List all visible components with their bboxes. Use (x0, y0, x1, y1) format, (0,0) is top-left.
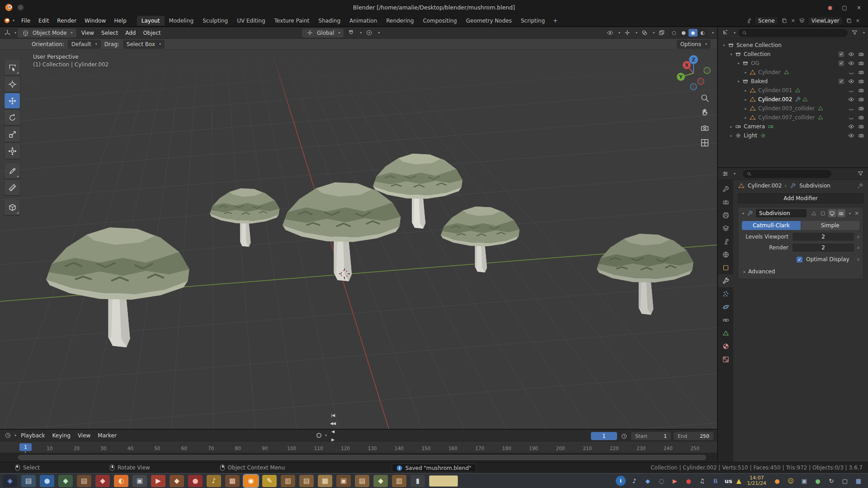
eye-closed-icon[interactable] (848, 105, 854, 112)
camera-visibility-icon[interactable] (858, 69, 864, 75)
outliner-item-label[interactable]: Baked (751, 78, 768, 84)
properties-tab-object-data[interactable] (718, 327, 733, 340)
expander-icon[interactable]: ▾ (735, 61, 742, 66)
taskbar-app-web-browser[interactable]: ● (40, 475, 54, 487)
mesh-data-icon[interactable] (795, 87, 801, 94)
viewport-menu-select[interactable]: Select (98, 28, 122, 38)
tray-bluetooth-tray[interactable]: B (711, 476, 721, 486)
taskbar-app-wine-app-2[interactable]: ▦ (225, 475, 240, 487)
current-frame-indicator[interactable]: 1 (19, 443, 32, 451)
mushroom-object[interactable] (46, 227, 189, 347)
outliner-editor-type-button[interactable] (721, 28, 730, 38)
menu-help[interactable]: Help (110, 16, 130, 25)
new-viewlayer-icon[interactable] (846, 18, 852, 24)
tab-shading[interactable]: Shading (314, 16, 345, 26)
pin-icon[interactable] (857, 183, 863, 189)
expander-icon[interactable]: ▸ (742, 89, 749, 93)
menu-render[interactable]: Render (53, 16, 80, 25)
properties-tab-tool[interactable] (718, 183, 733, 196)
eye-open-icon[interactable] (848, 132, 854, 139)
properties-tab-constraints[interactable] (718, 314, 733, 327)
camera-visibility-icon[interactable] (858, 51, 864, 57)
taskbar-app-notes-app[interactable]: ▤ (355, 475, 369, 487)
end-frame-field[interactable]: End 250 (674, 432, 713, 440)
delete-modifier-button[interactable]: × (853, 210, 860, 216)
menu-file[interactable]: File (17, 16, 34, 25)
light-data-icon[interactable] (760, 132, 766, 139)
camera-visibility-icon[interactable] (858, 96, 864, 103)
taskbar-app-red-app[interactable]: ◆ (95, 475, 110, 487)
properties-search-input[interactable] (743, 170, 831, 178)
modifier-name-field[interactable]: Subdivision (756, 209, 807, 217)
expander-icon[interactable]: ▸ (742, 70, 749, 75)
taskbar-app-wine-app-3[interactable]: ▥ (281, 475, 295, 487)
timeline-ruler[interactable]: 1 10203040506070809010011012013014015016… (0, 441, 717, 453)
outliner-item-label[interactable]: Light (744, 132, 757, 139)
viewport-menu-add[interactable]: Add (122, 28, 139, 38)
cursor-tool[interactable] (5, 76, 20, 92)
taskbar-app-wine-app-1[interactable]: ◆ (170, 475, 184, 487)
outliner-item-label[interactable]: Cylinder.007_collider (758, 114, 815, 121)
rotate-tool[interactable] (5, 110, 20, 125)
collapse-panel-icon[interactable]: ▾ (742, 211, 744, 216)
mesh-data-icon[interactable] (817, 105, 824, 112)
camera-data-icon[interactable] (768, 123, 774, 130)
start-frame-field[interactable]: Start 1 (631, 432, 671, 440)
properties-tab-scene[interactable] (718, 235, 733, 248)
outliner-item-label[interactable]: Cylinder.001 (758, 87, 792, 94)
taskbar-app-paint-app[interactable]: ◆ (373, 475, 388, 487)
taskbar-app-recorder-app[interactable]: ● (188, 475, 203, 487)
properties-tab-output[interactable] (718, 209, 733, 222)
exclude-checkbox[interactable]: ✓ (839, 52, 844, 57)
properties-filter-button[interactable] (856, 169, 865, 178)
outliner-item-label[interactable]: Collection (744, 51, 770, 57)
taskbar-app-docs-app[interactable]: ▤ (77, 475, 91, 487)
camera-visibility-icon[interactable] (858, 123, 864, 130)
expander-icon[interactable]: ▸ (742, 107, 749, 111)
tab-texture-paint[interactable]: Texture Paint (270, 16, 314, 26)
tray-music-tray[interactable]: ♪ (629, 476, 639, 486)
mushroom-object[interactable] (597, 234, 693, 314)
transform-tool[interactable] (5, 143, 20, 159)
taskbar-app-text-editor[interactable]: ✎ (262, 475, 277, 487)
setting-value-field[interactable]: 2 (793, 244, 854, 252)
properties-tab-world[interactable] (718, 248, 733, 261)
menu-window[interactable]: Window (80, 16, 110, 25)
eye-open-icon[interactable] (848, 78, 854, 84)
camera-visibility-icon[interactable] (858, 60, 864, 66)
camera-visibility-icon[interactable] (858, 87, 864, 94)
zoom-icon[interactable] (700, 93, 710, 103)
properties-tab-render[interactable] (718, 196, 733, 209)
tab-sculpting[interactable]: Sculpting (198, 16, 232, 26)
menu-edit[interactable]: Edit (34, 16, 53, 25)
tray-volume-tray[interactable]: ♫ (697, 476, 707, 486)
tab-layout[interactable]: Layout (137, 16, 165, 26)
tray-alarm-tray[interactable]: ● (772, 476, 782, 486)
outliner-item-label[interactable]: Camera (744, 123, 765, 130)
outliner-filter-button[interactable] (850, 28, 859, 38)
camera-visibility-icon[interactable] (858, 105, 864, 112)
gizmo-x-neg-axis[interactable] (698, 78, 704, 84)
expander-icon[interactable]: ▸ (728, 125, 735, 129)
taskbar-app-wine-app-5[interactable]: ▣ (336, 475, 351, 487)
show-gizmo-button[interactable] (623, 28, 632, 38)
tab-uv-editing[interactable]: UV Editing (232, 16, 270, 26)
modifier-icon[interactable] (795, 96, 801, 103)
taskbar-window-button[interactable] (429, 475, 458, 487)
outliner-row[interactable]: ▾Baked✓ (718, 77, 868, 86)
taskbar-app-start-menu[interactable]: ◈ (3, 475, 17, 487)
annotate-tool[interactable] (5, 163, 20, 178)
editor-type-button[interactable] (3, 28, 12, 38)
eye-open-icon[interactable] (848, 60, 854, 66)
tab-rendering[interactable]: Rendering (382, 16, 418, 26)
new-scene-icon[interactable] (781, 18, 788, 24)
viewport-scene[interactable]: Z X Y (0, 50, 717, 429)
pan-hand-icon[interactable] (700, 108, 710, 118)
blender-app-menu[interactable]: ▾ (4, 17, 14, 24)
timeline-scrollbar[interactable] (0, 453, 717, 462)
eye-open-icon[interactable] (848, 123, 854, 130)
expander-icon[interactable]: ▾ (735, 80, 742, 84)
taskbar-app-file-manager[interactable]: ▤ (21, 475, 36, 487)
tray-grid-tray[interactable]: ▦ (854, 476, 863, 486)
taskbar-app-terminal[interactable]: ▮ (410, 475, 425, 487)
